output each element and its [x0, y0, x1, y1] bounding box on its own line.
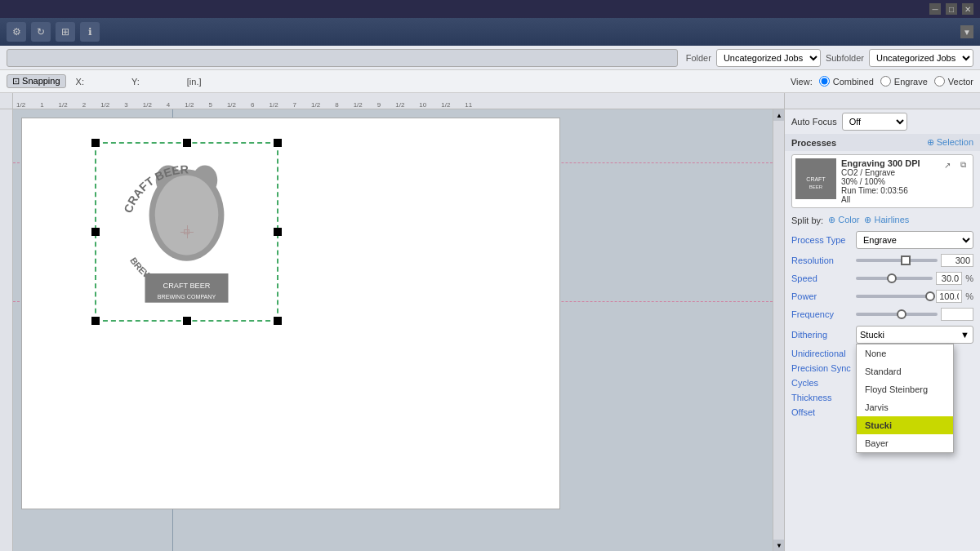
dithering-select-container: Stucki ▼ None Standard Floyd Steinberg J…: [856, 326, 973, 344]
resolution-thumb[interactable]: [901, 256, 911, 265]
process-copy-btn[interactable]: ⧉: [956, 158, 969, 171]
power-thumb[interactable]: [925, 291, 935, 301]
cycles-label[interactable]: Cycles: [791, 378, 818, 388]
design-container[interactable]: CRAFT BEER BREWING COMPANY CRAFT BEER BR…: [95, 142, 278, 322]
speed-slider[interactable]: [856, 277, 933, 280]
resolution-label: Resolution: [791, 256, 853, 265]
svg-text:BEER: BEER: [809, 184, 823, 189]
unit-label: [in.]: [187, 77, 202, 87]
power-row: Power 100.0 %: [785, 287, 980, 305]
ruler-horizontal: 1/2 1 1/2 2 1/2 3 1/2 4 1/2 5 1/2 6 1/2 …: [13, 93, 784, 109]
grid-icon[interactable]: ⊞: [56, 22, 75, 42]
handle-mr[interactable]: [274, 228, 282, 236]
titlebar: ─ □ ✕: [0, 0, 980, 18]
process-icon-group: ↗ ⧉: [941, 158, 969, 171]
power-slider[interactable]: [856, 295, 933, 298]
handle-br[interactable]: [274, 317, 282, 325]
resolution-slider[interactable]: [856, 259, 938, 262]
view-vector-option[interactable]: Vector: [934, 76, 973, 87]
viewbar: ⊡ Snapping X: Y: [in.] View: Combined En…: [0, 70, 980, 93]
frequency-thumb[interactable]: [897, 309, 906, 319]
handle-bl[interactable]: [91, 317, 100, 325]
handle-ml[interactable]: [91, 228, 100, 236]
split-color-btn[interactable]: ⊕ Color: [828, 215, 859, 225]
process-export-btn[interactable]: ↗: [941, 158, 954, 171]
toolbar-dropdown[interactable]: ▼: [960, 25, 973, 38]
speed-thumb[interactable]: [887, 273, 897, 283]
dithering-current-value: Stucki: [860, 330, 884, 340]
handle-tr[interactable]: [274, 139, 282, 147]
close-button[interactable]: ✕: [962, 3, 973, 15]
right-panel: Auto Focus Off Processes ⊕ Selection CRA…: [784, 109, 980, 551]
precision-sync-label[interactable]: Precision Sync: [791, 363, 851, 373]
dithering-option-bayer[interactable]: Bayer: [857, 434, 953, 452]
autofocus-label: Auto Focus: [791, 117, 837, 127]
handle-tl[interactable]: [91, 139, 100, 147]
autofocus-select[interactable]: Off: [842, 113, 907, 131]
canvas-area[interactable]: CRAFT BEER BREWING COMPANY CRAFT BEER BR…: [13, 109, 773, 551]
handle-bc[interactable]: [183, 317, 191, 325]
x-label: X:: [76, 77, 84, 87]
maximize-button[interactable]: □: [946, 3, 957, 15]
view-combined-option[interactable]: Combined: [819, 76, 874, 87]
speed-row: Speed 30.0 %: [785, 269, 980, 287]
split-by-row: Split by: ⊕ Color ⊕ Hairlines: [785, 211, 980, 229]
snapping-label: Snapping: [22, 76, 60, 86]
dithering-select-button[interactable]: Stucki ▼: [856, 326, 973, 344]
process-line1: CO2 / Engrave: [841, 168, 936, 177]
frequency-slider[interactable]: [856, 313, 938, 316]
folder-select[interactable]: Uncategorized Jobs: [716, 49, 821, 67]
resolution-input[interactable]: 300: [941, 254, 973, 267]
resolution-row: Resolution 300: [785, 251, 980, 269]
svg-text:CRAFT BEER: CRAFT BEER: [163, 282, 211, 290]
offset-label[interactable]: Offset: [791, 407, 815, 417]
subfolder-label: Subfolder: [826, 53, 864, 63]
dithering-option-standard[interactable]: Standard: [857, 362, 953, 380]
speed-input[interactable]: 30.0: [936, 272, 962, 285]
unidirectional-label[interactable]: Unidirectional: [791, 349, 846, 358]
process-runtime: Run Time: 0:03:56: [841, 186, 936, 195]
view-engrave-option[interactable]: Engrave: [880, 76, 928, 87]
dithering-option-jarvis[interactable]: Jarvis: [857, 398, 953, 416]
split-hairlines-btn[interactable]: ⊕ Hairlines: [864, 215, 909, 225]
thickness-label[interactable]: Thickness: [791, 393, 832, 402]
frequency-row: Frequency: [785, 305, 980, 323]
svg-text:CRAFT: CRAFT: [806, 176, 826, 182]
split-by-label: Split by:: [791, 216, 823, 225]
selection-link[interactable]: ⊕ Selection: [927, 137, 973, 148]
scroll-up-btn[interactable]: ▲: [773, 109, 785, 121]
dithering-row: Dithering Stucki ▼ None Standard Floyd S…: [785, 323, 980, 346]
craft-beer-logo: CRAFT BEER BREWING COMPANY CRAFT BEER BR…: [101, 149, 272, 315]
vertical-scrollbar[interactable]: ▲ ▼: [773, 109, 784, 551]
svg-text:BREWING COMPANY: BREWING COMPANY: [158, 294, 216, 300]
processes-label: Processes: [791, 138, 836, 148]
process-thumbnail: CRAFT BEER: [795, 158, 836, 199]
svg-point-3: [155, 176, 219, 256]
dithering-option-stucki[interactable]: Stucki: [857, 416, 953, 434]
info-icon[interactable]: ℹ: [80, 22, 100, 42]
dithering-label: Dithering: [791, 330, 853, 340]
dithering-chevron-icon: ▼: [960, 330, 969, 340]
view-label: View:: [791, 77, 813, 87]
dithering-option-none[interactable]: None: [857, 344, 953, 362]
frequency-input[interactable]: [941, 308, 973, 321]
process-title: Engraving 300 DPI: [841, 158, 936, 168]
settings-icon[interactable]: ⚙: [7, 22, 26, 42]
power-input[interactable]: 100.0: [936, 290, 962, 303]
dithering-dropdown-popup: None Standard Floyd Steinberg Jarvis Stu…: [856, 344, 954, 453]
speed-label: Speed: [791, 273, 853, 283]
dithering-option-floyd-steinberg[interactable]: Floyd Steinberg: [857, 380, 953, 398]
right-panel-ruler-area: [784, 93, 980, 109]
minimize-button[interactable]: ─: [929, 3, 941, 15]
subfolder-select[interactable]: Uncategorized Jobs: [869, 49, 973, 67]
snapping-icon: ⊡: [12, 76, 20, 86]
scroll-down-btn[interactable]: ▼: [773, 540, 785, 551]
process-card[interactable]: CRAFT BEER Engraving 300 DPI CO2 / Engra…: [791, 154, 973, 208]
handle-tc[interactable]: [183, 139, 191, 147]
scroll-track: [773, 121, 784, 540]
sync-icon[interactable]: ↻: [31, 22, 51, 42]
process-type-select[interactable]: Engrave: [856, 231, 973, 249]
folder-toolbar: Folder Uncategorized Jobs Subfolder Unca…: [0, 46, 980, 70]
power-unit: %: [965, 291, 973, 301]
snapping-button[interactable]: ⊡ Snapping: [7, 74, 66, 88]
